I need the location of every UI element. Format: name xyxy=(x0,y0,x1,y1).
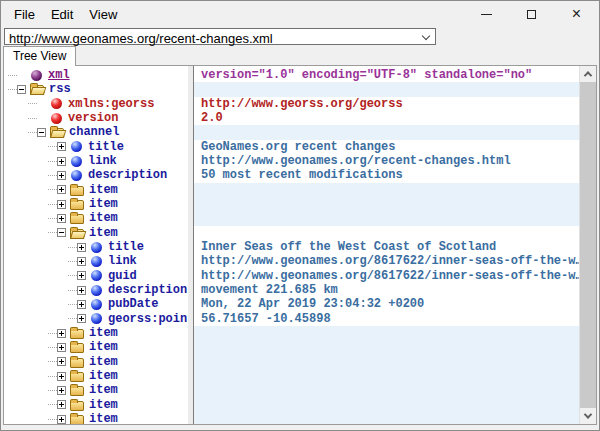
expander-minus-icon[interactable] xyxy=(37,128,46,137)
folder-closed-icon xyxy=(70,401,84,411)
tree-node-label: link xyxy=(87,154,117,168)
expander-plus-icon[interactable] xyxy=(57,200,66,209)
expander-plus-icon[interactable] xyxy=(77,257,86,266)
tree-connector-line xyxy=(48,333,57,334)
value-row: http://www.georss.org/georss xyxy=(194,97,579,111)
expander-plus-icon[interactable] xyxy=(77,286,86,295)
tab-strip: Tree View xyxy=(1,47,599,65)
expander-plus-icon[interactable] xyxy=(57,142,66,151)
tree-row[interactable]: item xyxy=(4,226,188,240)
tree-node-label: item xyxy=(88,183,118,197)
tree-row[interactable]: item xyxy=(4,369,188,383)
value-row: movement 221.685 km xyxy=(194,283,579,297)
tree-row[interactable]: link xyxy=(4,254,188,268)
expander-plus-icon[interactable] xyxy=(77,314,86,323)
tree-row[interactable]: title xyxy=(4,140,188,154)
tree-connector-line xyxy=(48,218,57,219)
expander-plus-icon[interactable] xyxy=(57,357,66,366)
expander-plus-icon[interactable] xyxy=(57,329,66,338)
tree-row[interactable]: item xyxy=(4,412,188,424)
address-bar xyxy=(1,27,599,47)
tree-node-label: item xyxy=(88,326,118,340)
expander-plus-icon[interactable] xyxy=(57,214,66,223)
maximize-button[interactable] xyxy=(509,1,554,27)
tree-row[interactable]: item xyxy=(4,355,188,369)
expander-plus-icon[interactable] xyxy=(57,400,66,409)
tree-row[interactable]: pubDate xyxy=(4,297,188,311)
expander-plus-icon[interactable] xyxy=(57,343,66,352)
expander-plus-icon[interactable] xyxy=(77,243,86,252)
tree-row[interactable]: item xyxy=(4,340,188,354)
tree-row[interactable]: guid xyxy=(4,269,188,283)
tree-row[interactable]: georss:point xyxy=(4,312,188,326)
tree-row[interactable]: item xyxy=(4,398,188,412)
expander-plus-icon[interactable] xyxy=(57,372,66,381)
tab-tree-view[interactable]: Tree View xyxy=(3,46,76,66)
url-input[interactable] xyxy=(5,32,435,47)
xml-declaration-icon xyxy=(31,70,42,81)
content-pane: xmlrssxmlns:georssversionchanneltitlelin… xyxy=(3,65,597,425)
tree-node-label: xmlns:georss xyxy=(67,97,154,111)
tree-node-label: georss:point xyxy=(107,312,188,326)
tree-connector-line xyxy=(48,390,57,391)
tree-row[interactable]: version xyxy=(4,111,188,125)
url-combobox[interactable] xyxy=(4,28,436,45)
tree-node-label: pubDate xyxy=(107,297,158,311)
tree-connector-line xyxy=(8,89,17,90)
expander-plus-icon[interactable] xyxy=(57,386,66,395)
value-row xyxy=(194,369,579,383)
value-row xyxy=(194,183,579,197)
close-button[interactable]: × xyxy=(554,1,599,27)
tree-node-label: item xyxy=(88,211,118,225)
window-controls: × xyxy=(464,1,599,27)
expander-plus-icon[interactable] xyxy=(77,271,86,280)
tree-row[interactable]: link xyxy=(4,154,188,168)
menu-file[interactable]: File xyxy=(6,3,43,26)
menu-bar: File Edit View xyxy=(1,3,125,26)
value-row xyxy=(194,197,579,211)
expander-plus-icon[interactable] xyxy=(57,157,66,166)
scroll-up-button[interactable] xyxy=(580,66,596,82)
value-row: Inner Seas off the West Coast of Scotlan… xyxy=(194,240,579,254)
element-icon xyxy=(71,141,82,152)
menu-edit[interactable]: Edit xyxy=(43,3,81,26)
menu-view[interactable]: View xyxy=(81,3,125,26)
vertical-scrollbar[interactable] xyxy=(579,66,596,424)
value-text: 2.0 xyxy=(201,111,223,125)
scroll-down-button[interactable] xyxy=(580,408,596,424)
expander-plus-icon[interactable] xyxy=(57,415,66,424)
tree-row[interactable]: item xyxy=(4,183,188,197)
value-text: 56.71657 -10.45898 xyxy=(201,312,331,326)
tree-row[interactable]: description xyxy=(4,168,188,182)
tree-row[interactable]: xml xyxy=(4,68,188,82)
expander-plus-icon[interactable] xyxy=(77,300,86,309)
expander-minus-icon[interactable] xyxy=(17,85,26,94)
tree-connector-line xyxy=(48,232,57,233)
minimize-button[interactable] xyxy=(464,1,509,27)
value-row xyxy=(194,326,579,340)
tree-node-label: guid xyxy=(107,269,137,283)
value-row xyxy=(194,340,579,354)
expander-plus-icon[interactable] xyxy=(57,171,66,180)
folder-closed-icon xyxy=(70,372,84,382)
expander-plus-icon[interactable] xyxy=(57,185,66,194)
tree-row[interactable]: xmlns:georss xyxy=(4,97,188,111)
expander-minus-icon[interactable] xyxy=(57,228,66,237)
tree-row[interactable]: rss xyxy=(4,82,188,96)
tree-row[interactable]: description xyxy=(4,283,188,297)
value-text: version="1.0" encoding="UTF-8" standalon… xyxy=(201,68,532,82)
tree-row[interactable]: item xyxy=(4,383,188,397)
tree-row[interactable]: item xyxy=(4,211,188,225)
tree-connector-line xyxy=(48,419,57,420)
tree-panel[interactable]: xmlrssxmlns:georssversionchanneltitlelin… xyxy=(4,66,188,424)
tree-node-label: channel xyxy=(68,125,119,139)
value-row xyxy=(194,355,579,369)
tree-row[interactable]: title xyxy=(4,240,188,254)
close-icon: × xyxy=(572,6,581,22)
tree-row[interactable]: item xyxy=(4,197,188,211)
scrollbar-thumb[interactable] xyxy=(580,82,596,408)
maximize-icon xyxy=(527,10,536,19)
tree-row[interactable]: channel xyxy=(4,125,188,139)
value-row: http://www.geonames.org/8617622/inner-se… xyxy=(194,269,579,283)
tree-row[interactable]: item xyxy=(4,326,188,340)
